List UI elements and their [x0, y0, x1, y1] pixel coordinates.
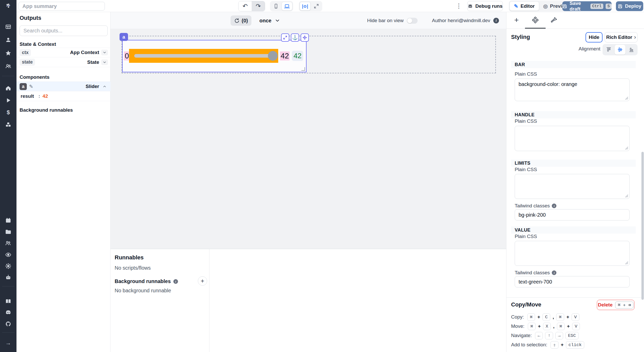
output-row-state[interactable]: state State [16, 57, 111, 67]
redo-button[interactable]: ↷ [252, 1, 265, 11]
tab-editor[interactable]: ✎ Editor [510, 1, 539, 11]
handle-css-textarea[interactable] [515, 126, 630, 151]
component-row-a[interactable]: a ✎ Slider [16, 82, 111, 91]
sidebar-item-workers[interactable] [5, 240, 12, 247]
textarea-resize-grip[interactable] [625, 194, 628, 197]
undo-button[interactable]: ↶ [239, 1, 252, 11]
align-center-button[interactable] [615, 45, 625, 55]
ctx-expand-button[interactable] [101, 50, 108, 55]
center-layout-icon: |o| [302, 3, 308, 9]
app-summary-input[interactable] [19, 2, 105, 11]
move-icon [302, 35, 307, 40]
info-icon[interactable]: i [552, 270, 556, 275]
component-type-label: Slider [86, 84, 99, 89]
value-css-textarea[interactable] [515, 241, 630, 266]
debug-runs-button[interactable]: Debug runs [467, 1, 503, 11]
component-collapse-button[interactable] [101, 84, 108, 89]
chevron-right-icon: › [634, 34, 636, 41]
save-kbd-ctrl: Ctrl [590, 4, 603, 9]
sidebar-item-audit-logs[interactable] [5, 251, 12, 258]
hide-styling-button[interactable]: Hide [586, 32, 603, 42]
desktop-view-button[interactable] [282, 2, 292, 11]
slider-max-limit: 42 [280, 51, 290, 60]
rich-editor-label: Rich Editor [606, 34, 632, 40]
styling-title: Styling [511, 34, 530, 40]
fullscreen-layout-button[interactable] [311, 2, 321, 11]
sidebar-item-runs[interactable] [5, 97, 12, 104]
panel-scrollbar[interactable] [641, 152, 644, 300]
info-icon[interactable]: i [173, 279, 178, 284]
sidebar-item-settings[interactable] [5, 263, 12, 269]
state-expand-button[interactable] [101, 59, 108, 65]
component-result-row[interactable]: result : 42 [16, 91, 111, 101]
hide-bar-toggle[interactable] [407, 18, 418, 24]
author-info-icon[interactable]: i [493, 18, 499, 23]
delete-label: Delete [598, 302, 613, 308]
tab-styling[interactable] [548, 12, 561, 28]
slider-component[interactable]: 0 42 42 [122, 40, 307, 72]
align-top-icon [606, 47, 612, 52]
limits-css-textarea[interactable] [515, 174, 630, 199]
expand-component-button[interactable] [281, 33, 289, 42]
refresh-runs-button[interactable]: (0) [231, 15, 251, 26]
plus-separator: + [561, 342, 564, 348]
align-top-button[interactable] [603, 45, 614, 55]
info-icon[interactable]: i [552, 204, 556, 208]
result-value: 42 [43, 93, 48, 99]
sidebar-item-apps[interactable] [5, 23, 12, 30]
sidebar-collapse-button[interactable]: → [5, 340, 12, 346]
sidebar-item-home[interactable] [5, 85, 12, 92]
textarea-resize-grip[interactable] [625, 261, 628, 264]
add-background-runnable-button[interactable]: + [198, 276, 207, 286]
anchor-component-button[interactable]: ⚓ [291, 33, 299, 42]
toggle-knob [407, 18, 412, 23]
anchor-icon: ⚓ [292, 35, 298, 40]
sidebar-item-resources[interactable] [5, 121, 12, 128]
delete-component-button[interactable]: Delete ⌘ + ⌫ [597, 300, 634, 310]
value-tailwind-input[interactable] [515, 276, 630, 287]
save-icon [562, 4, 567, 9]
bar-css-textarea[interactable]: background-color: orange [515, 78, 630, 101]
sidebar-divider [2, 332, 14, 333]
search-outputs-input[interactable] [20, 25, 108, 36]
mobile-view-button[interactable] [271, 2, 281, 11]
textarea-resize-grip[interactable] [625, 146, 628, 149]
windmill-logo[interactable] [5, 2, 12, 9]
sidebar-item-user[interactable] [5, 37, 12, 43]
sidebar-item-folders[interactable] [5, 228, 12, 235]
cmd-key: ⌘ [528, 323, 536, 330]
run-mode-dropdown[interactable]: once [259, 15, 280, 26]
sidebar-item-schedules[interactable] [5, 217, 12, 224]
slider-handle[interactable] [268, 51, 278, 61]
rename-component-icon[interactable]: ✎ [29, 84, 33, 90]
plain-css-label: Plain CSS [515, 234, 537, 239]
tab-insert[interactable]: + [511, 12, 522, 28]
deploy-button[interactable]: Deploy [616, 1, 643, 11]
move-component-button[interactable] [301, 33, 309, 42]
background-runnables-header: Background runnables i [115, 278, 178, 284]
tab-settings[interactable] [527, 12, 544, 28]
sidebar-item-docs[interactable] [5, 298, 12, 305]
save-draft-button[interactable]: Save draft Ctrl S [562, 1, 612, 11]
chevron-up-icon [103, 84, 107, 89]
sidebar-item-groups[interactable] [5, 63, 12, 69]
result-colon: : [39, 94, 40, 99]
resize-handle[interactable] [301, 67, 305, 71]
sidebar-item-favorites[interactable] [5, 50, 12, 56]
sidebar-item-ai[interactable] [5, 274, 12, 281]
sidebar-item-github[interactable] [5, 321, 12, 327]
sidebar-item-discord[interactable] [5, 309, 12, 316]
component-a-badge[interactable]: a [120, 33, 128, 41]
sidebar-item-variables[interactable]: $ [5, 109, 12, 116]
output-row-ctx[interactable]: ctx App Context [16, 48, 111, 57]
more-menu-button[interactable]: ⋮ [455, 2, 463, 10]
x-key: X [543, 323, 551, 330]
rich-editor-button[interactable]: Rich Editor › [605, 32, 638, 42]
center-layout-button[interactable]: |o| [300, 2, 311, 11]
textarea-resize-grip[interactable] [625, 96, 628, 100]
align-bottom-button[interactable] [626, 45, 637, 55]
background-runnables-title: Background runnables [20, 107, 73, 113]
comma-separator: , [553, 323, 554, 329]
slider-track[interactable] [134, 54, 277, 58]
limits-tailwind-input[interactable] [515, 209, 630, 221]
